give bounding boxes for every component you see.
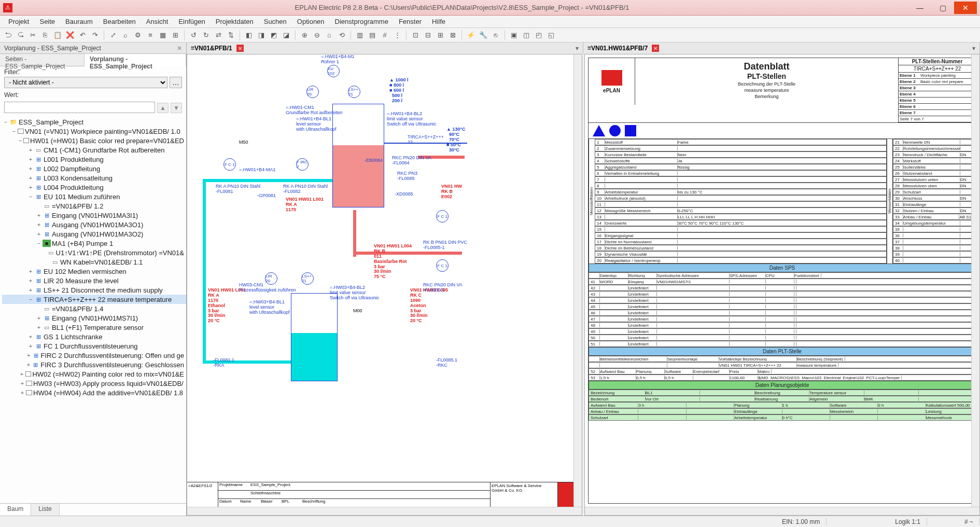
toolbar-button[interactable]: ⋮ xyxy=(391,30,403,41)
panel-close-icon[interactable]: ✕ xyxy=(177,43,186,54)
menu-optionen[interactable]: Optionen xyxy=(292,16,330,27)
menu-suchen[interactable]: Suchen xyxy=(259,16,292,27)
vscrollbar[interactable] xyxy=(971,54,979,507)
tab-baum[interactable]: Baum xyxy=(0,504,31,516)
tree-row[interactable]: −📁ESS_Sample_Project xyxy=(2,117,186,127)
toolbar-button[interactable]: ▦ xyxy=(157,30,169,41)
toolbar-button[interactable]: ⊠ xyxy=(447,30,458,41)
toolbar-button[interactable]: ⟲ xyxy=(336,30,347,41)
toolbar-button[interactable]: ⊖ xyxy=(311,30,323,41)
tree-row[interactable]: +⊞LS++ 21 Disconnect the medium supply xyxy=(2,285,186,295)
tree-row[interactable]: +⊞L002 Dampfleitung xyxy=(2,164,186,173)
toolbar-button[interactable]: ⮌ xyxy=(2,30,13,41)
tree-row[interactable]: +▭BL1 (+F1) Temperature sensor xyxy=(2,323,186,332)
doc-tab-left-dropdown-icon[interactable]: ▾ xyxy=(576,45,579,52)
toolbar-button[interactable]: # xyxy=(379,30,390,41)
menu-seite[interactable]: Seite xyxy=(34,16,60,27)
toolbar-button[interactable]: ↶ xyxy=(77,30,88,41)
menu-bearbeiten[interactable]: Bearbeiten xyxy=(98,16,141,27)
tree-row[interactable]: +⊞FIRC 2 Durchflussventilsteuerung: Offe… xyxy=(2,351,186,360)
toolbar-button[interactable]: ⤢ xyxy=(107,30,119,41)
minimize-button[interactable]: — xyxy=(908,2,931,14)
toolbar-button[interactable]: ◱ xyxy=(545,30,557,41)
tree-row[interactable]: ▭U1↑V1↑W1↑PE (Drehstrommotor) =VN01& xyxy=(2,248,186,257)
tree-row[interactable]: ▭=VN01&PFB/ 1.4 xyxy=(2,304,186,313)
toolbar-button[interactable]: ↷ xyxy=(89,30,101,41)
tree-row[interactable]: +HW03 (=HW03) Apply process liquid=VN01&… xyxy=(2,379,186,388)
toolbar-button[interactable]: ◫ xyxy=(521,30,532,41)
toolbar-button[interactable]: ▤ xyxy=(367,30,378,41)
toolbar-button[interactable]: ≡ xyxy=(145,30,156,41)
vscrollbar[interactable] xyxy=(573,54,582,507)
toolbar-button[interactable]: 📋 xyxy=(52,30,63,41)
toolbar-button[interactable]: ↻ xyxy=(200,30,212,41)
doc-tab-right[interactable]: =VN01.HW01&PFB/7 ✕ ▾ xyxy=(583,43,980,54)
menu-hilfe[interactable]: Hilfe xyxy=(427,16,451,27)
tree-row[interactable]: +⊞Ausgang (VN01HW01MA3O2) xyxy=(2,229,186,239)
menu-dienstprogramme[interactable]: Dienstprogramme xyxy=(330,16,394,27)
toolbar-button[interactable]: ◰ xyxy=(533,30,544,41)
menu-ansicht[interactable]: Ansicht xyxy=(141,16,174,27)
close-button[interactable]: ✕ xyxy=(954,2,977,14)
hscrollbar[interactable] xyxy=(585,507,979,515)
wert-down-button[interactable]: ▼ xyxy=(171,103,182,113)
tree-row[interactable]: −VN01 (=VN01) Workpiece painting=VN01&ED… xyxy=(2,127,186,136)
wert-up-button[interactable]: ▲ xyxy=(157,103,169,113)
hscrollbar[interactable] xyxy=(187,507,582,515)
project-tree[interactable]: −📁ESS_Sample_Project−VN01 (=VN01) Workpi… xyxy=(0,115,186,503)
tree-row[interactable]: +⊞L004 Produktleitung xyxy=(2,183,186,192)
datasheet-pane[interactable]: ePLAN Datenblatt PLT-Stellen Bezeichnung… xyxy=(584,54,980,516)
doc-tab-left[interactable]: =VN01&PFB/1 ✕ ▾ xyxy=(187,43,583,54)
toolbar-button[interactable]: ⊞ xyxy=(435,30,446,41)
toolbar-button[interactable]: ◧ xyxy=(243,30,255,41)
tree-row[interactable]: −⊞EU 101 Medium zuführen xyxy=(2,192,186,201)
doc-tab-right-close-icon[interactable]: ✕ xyxy=(652,45,659,52)
tree-row[interactable]: +⊞L001 Produktleitung xyxy=(2,155,186,164)
toolbar-button[interactable]: ⚡ xyxy=(465,30,477,41)
tree-row[interactable]: −HW01 (=HW01) Basic color red prepare=VN… xyxy=(2,136,186,145)
tab-seiten[interactable]: Seiten - ESS_Sample_Project xyxy=(0,54,85,66)
maximize-button[interactable]: ▢ xyxy=(931,2,954,14)
menu-einfügen[interactable]: Einfügen xyxy=(173,16,210,27)
tree-row[interactable]: +⊞Eingang (VN01HW01MA3I1) xyxy=(2,211,186,220)
filter-options-button[interactable]: … xyxy=(170,77,182,88)
doc-tab-left-close-icon[interactable]: ✕ xyxy=(236,45,244,52)
toolbar-button[interactable]: ⌂ xyxy=(324,30,335,41)
tree-row[interactable]: ▭WN Kabel=VN01&EDB/ 1.1 xyxy=(2,257,186,267)
tree-row[interactable]: ▭=VN01&PFB/ 1.2 xyxy=(2,201,186,211)
tree-row[interactable]: +⊞L003 Kondensatleitung xyxy=(2,173,186,183)
toolbar-button[interactable]: ◪ xyxy=(281,30,292,41)
toolbar-button[interactable]: ⇄ xyxy=(213,30,224,41)
doc-tab-right-dropdown-icon[interactable]: ▾ xyxy=(972,45,975,52)
toolbar-button[interactable]: ⊟ xyxy=(422,30,433,41)
toolbar-button[interactable]: ✂ xyxy=(27,30,38,41)
tree-row[interactable]: +⊞GS 1 Lichtschranke xyxy=(2,332,186,341)
menu-bauraum[interactable]: Bauraum xyxy=(60,16,98,27)
toolbar-button[interactable]: ▣ xyxy=(508,30,520,41)
tree-row[interactable]: +⊞Eingang (VN01HW01MS7I1) xyxy=(2,313,186,323)
tree-row[interactable]: +⊞LIR 20 Measure the level xyxy=(2,276,186,285)
toolbar-button[interactable]: ⚙ xyxy=(132,30,144,41)
pid-diagram-pane[interactable]: EU 102 LIR 20 LS++ 21 F C 1 F IRC 2 LIR … xyxy=(187,54,582,516)
tree-row[interactable]: +HW04 (=HW04) Add the additive=VN01&EDB/… xyxy=(2,388,186,397)
toolbar-button[interactable]: ◩ xyxy=(268,30,279,41)
tree-row[interactable]: +⊞Ausgang (VN01HW01MA3O1) xyxy=(2,220,186,229)
tree-row[interactable]: −⊞TIRCA+S++Z+++ 22 measure temperature xyxy=(2,295,186,304)
toolbar-button[interactable]: ⊡ xyxy=(410,30,421,41)
tree-row[interactable]: −■MA1 (+B4) Pumpe 1 xyxy=(2,239,186,248)
toolbar-button[interactable]: ▥ xyxy=(354,30,366,41)
toolbar-button[interactable]: ⎋ xyxy=(490,30,501,41)
toolbar-button[interactable]: 🔧 xyxy=(478,30,489,41)
menu-projektdaten[interactable]: Projektdaten xyxy=(211,16,259,27)
tree-row[interactable]: +⊞FIRC 3 Durchflussventilsteuerung: Gesc… xyxy=(2,360,186,369)
menu-projekt[interactable]: Projekt xyxy=(3,16,34,27)
toolbar-button[interactable]: ⇅ xyxy=(225,30,236,41)
toolbar-button[interactable]: ↺ xyxy=(188,30,199,41)
toolbar-button[interactable]: ⊕ xyxy=(299,30,310,41)
toolbar-button[interactable]: ❌ xyxy=(64,30,76,41)
tree-row[interactable]: +⊞EU 102 Medien vermischen xyxy=(2,267,186,276)
toolbar-button[interactable]: ⌕ xyxy=(120,30,131,41)
toolbar-button[interactable]: ⊞ xyxy=(170,30,181,41)
tree-row[interactable]: +⊞FC 1 Durchflussventilsteuerung xyxy=(2,341,186,351)
tree-row[interactable]: +▭CM1 (-CM1) Grundfarbe Rot aufbereiten xyxy=(2,145,186,155)
